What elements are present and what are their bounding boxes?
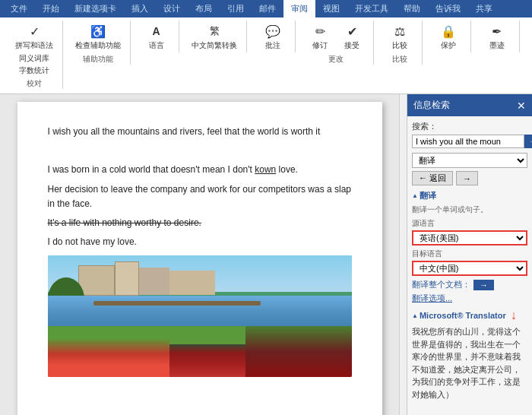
main-area: I wish you all the mountains and rivers,…: [0, 94, 532, 415]
building-3: [139, 268, 169, 294]
group-language: A 语言: [134, 21, 179, 52]
protect-button[interactable]: 🔒 保护: [433, 21, 464, 52]
accessibility-label: 检查辅助功能: [75, 40, 121, 51]
source-lang-select[interactable]: 英语(美国): [412, 230, 527, 246]
panel-close-button[interactable]: ✕: [517, 100, 526, 112]
translate-desc: 翻译一个单词或句子。: [412, 204, 527, 215]
tab-share[interactable]: 共享: [468, 0, 500, 17]
tab-help[interactable]: 帮助: [396, 0, 428, 17]
tab-dev[interactable]: 开发工具: [347, 0, 396, 17]
tab-layout[interactable]: 布局: [188, 0, 220, 17]
track-label: 修订: [312, 40, 328, 51]
spelling-grammar-button[interactable]: ✓ 拼写和语法: [12, 21, 56, 52]
doc-line-2: [48, 144, 352, 158]
tab-tellme[interactable]: 告诉我: [428, 0, 468, 17]
flowers-left: [48, 338, 169, 377]
translate-options-link[interactable]: 翻译选项...: [412, 293, 527, 304]
group-ink: ✒ 墨迹: [474, 21, 520, 52]
chinese-convert-button[interactable]: 繁 中文简繁转换: [188, 21, 240, 52]
ms-translator-title: Microsoft® Translator: [420, 311, 506, 320]
tab-review[interactable]: 审阅: [283, 0, 315, 17]
tab-file[interactable]: 文件: [3, 0, 35, 17]
building-2: [115, 261, 139, 296]
document-scroll[interactable]: I wish you all the mountains and rivers,…: [0, 94, 399, 415]
accept-label: 接受: [344, 40, 359, 51]
search-label: 搜索：: [412, 121, 527, 132]
accessibility-title: 辅助功能: [83, 54, 113, 65]
group-comment: 💬 批注: [250, 21, 296, 52]
forward-button[interactable]: →: [456, 171, 478, 185]
search-button[interactable]: →: [524, 135, 532, 148]
language-button[interactable]: A 语言: [141, 21, 172, 52]
tab-reference[interactable]: 引用: [220, 0, 252, 17]
panel-title: 信息检索: [413, 99, 450, 112]
spelling-label: 拼写和语法: [15, 40, 53, 51]
tab-view[interactable]: 视图: [315, 0, 347, 17]
ms-translator-section: Microsoft® Translator ↓ 我祝您所有的山川，觉得这个世界是…: [412, 309, 527, 401]
group-accessibility: ♿ 检查辅助功能 辅助功能: [66, 21, 131, 65]
spelling-icon: ✓: [25, 22, 43, 40]
translate-all-row: 翻译整个文档： →: [412, 279, 527, 290]
flowers-right: [245, 326, 352, 377]
river-scene: [48, 255, 352, 377]
track-icon: ✏: [311, 22, 329, 40]
accessibility-button[interactable]: ♿ 检查辅助功能: [72, 21, 124, 52]
doc-line-5: It's a life with nothing worthy to desir…: [48, 216, 352, 230]
tab-insert[interactable]: 插入: [124, 0, 156, 17]
back-button[interactable]: ← 返回: [412, 171, 453, 185]
building-4: [169, 271, 215, 295]
source-lang-label: 源语言: [412, 218, 527, 229]
compare-button[interactable]: ⚖ 比较: [385, 21, 415, 52]
ribbon: 文件 开始 新建选项卡 插入 设计 布局 引用 邮件 审阅 视图 开发工具 帮助…: [0, 0, 532, 94]
protect-label: 保护: [441, 40, 456, 51]
language-icon: A: [147, 22, 166, 40]
panel-body: 搜索： → 翻译 ← 返回 → 翻译 翻译一个单词或句子。 源语言 英语(美国)…: [407, 116, 532, 415]
comment-button[interactable]: 💬 批注: [258, 21, 288, 52]
nav-row: ← 返回 →: [412, 171, 527, 185]
tab-design[interactable]: 设计: [156, 0, 188, 17]
arrow-indicator: ↓: [511, 309, 517, 322]
compare-icon: ⚖: [391, 22, 409, 40]
doc-line-1: I wish you all the mountains and rivers,…: [48, 125, 352, 139]
strike-word: It's a life with nothing worthy to desir…: [48, 217, 201, 228]
document-page: I wish you all the mountains and rivers,…: [17, 102, 382, 415]
compare-title: 比较: [392, 54, 407, 65]
group-changes: ✏ 修订 ✔ 接受 更改: [299, 21, 374, 65]
proofing-title: 校对: [27, 78, 42, 89]
ink-label: 墨迹: [489, 40, 505, 51]
translate-all-link[interactable]: 翻译整个文档：: [412, 279, 470, 290]
accept-button[interactable]: ✔ 接受: [337, 21, 367, 52]
vertical-scrollbar[interactable]: [399, 94, 407, 415]
track-changes-button[interactable]: ✏ 修订: [305, 21, 335, 52]
right-panel: 信息检索 ✕ 搜索： → 翻译 ← 返回 → 翻译 翻译一个单词或句子。 源语言…: [407, 94, 532, 415]
comment-icon: 💬: [264, 22, 282, 40]
thesaurus-row: 同义词库: [16, 52, 52, 65]
ms-translator-header: Microsoft® Translator ↓: [412, 309, 527, 322]
tab-mail[interactable]: 邮件: [252, 0, 283, 17]
protect-icon: 🔒: [439, 22, 458, 40]
group-protect: 🔒 保护: [426, 21, 471, 52]
search-row: →: [412, 135, 527, 148]
wordcount-button[interactable]: 字数统计: [16, 65, 52, 77]
language-label: 语言: [149, 40, 164, 51]
group-chinese: 繁 中文简繁转换: [182, 21, 247, 52]
doc-line-4: Her decision to leave the company and wo…: [48, 182, 352, 211]
ribbon-tabs: 文件 开始 新建选项卡 插入 设计 布局 引用 邮件 审阅 视图 开发工具 帮助…: [0, 0, 532, 17]
translation-section-header: 翻译: [412, 190, 527, 201]
panel-dropdown[interactable]: 翻译: [412, 153, 527, 168]
changes-title: 更改: [328, 54, 344, 65]
comment-label: 批注: [265, 40, 280, 51]
proofing-buttons: ✓ 拼写和语法: [12, 21, 56, 52]
tab-newtab[interactable]: 新建选项卡: [67, 0, 124, 17]
bridge: [93, 301, 261, 306]
tab-start[interactable]: 开始: [35, 0, 67, 17]
doc-line-6: I do not have my love.: [48, 235, 352, 249]
ink-icon: ✒: [488, 22, 506, 40]
doc-image: [48, 255, 352, 377]
thesaurus-button[interactable]: 同义词库: [16, 52, 52, 65]
target-lang-select[interactable]: 中文(中国): [412, 261, 527, 276]
ink-button[interactable]: ✒ 墨迹: [482, 21, 512, 52]
translate-all-button[interactable]: →: [473, 280, 494, 290]
translation-section-title: 翻译: [420, 190, 436, 201]
search-input[interactable]: [412, 135, 524, 148]
